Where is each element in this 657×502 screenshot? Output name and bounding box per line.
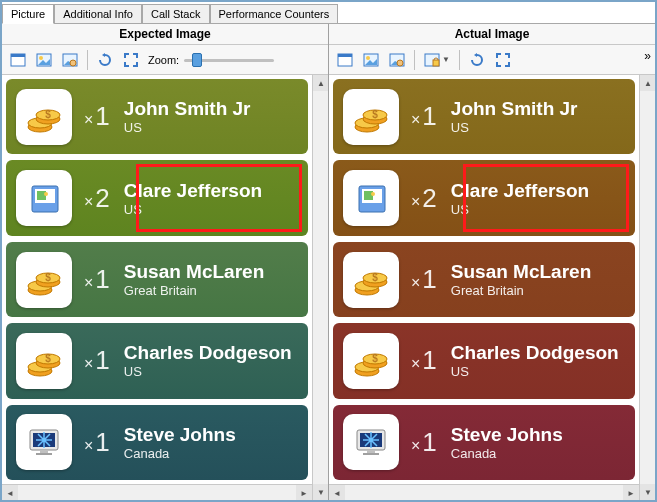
scrollbar-horizontal[interactable]: ◄► [2,484,312,500]
svg-rect-1 [11,54,25,57]
list-item[interactable]: ×1Steve JohnsCanada [6,405,308,480]
svg-text:$: $ [372,353,378,364]
picture-hand-icon[interactable] [58,49,82,71]
tab-performance-counters[interactable]: Performance Counters [210,4,339,23]
coins-icon: $ [343,333,399,389]
scrollbar-vertical[interactable]: ▲▼ [312,75,328,500]
split-view: Expected Image Zoom: $×1John Smith JrUS×… [2,24,655,500]
svg-rect-28 [36,453,52,455]
list-item[interactable]: ×2Clare JeffersonUS [333,160,635,235]
svg-rect-13 [37,191,46,200]
coins-icon: $ [16,333,72,389]
svg-point-34 [397,60,403,66]
window-icon[interactable] [333,49,357,71]
toolbar-separator [87,50,88,70]
expected-toolbar: Zoom: [2,45,328,75]
tab-bar: Picture Additional Info Call Stack Perfo… [2,2,655,24]
zoom-label: Zoom: [148,54,179,66]
picture-lock-dropdown-icon[interactable]: ▼ [420,49,454,71]
svg-rect-27 [40,450,48,453]
quantity: ×1 [84,264,110,295]
person-country: US [451,202,589,217]
scrollbar-vertical[interactable]: ▲▼ [639,75,655,500]
svg-point-3 [39,56,43,60]
person-country: Canada [124,446,236,461]
list-item[interactable]: $×1Charles DodgesonUS [333,323,635,398]
refresh-icon[interactable] [93,49,117,71]
svg-rect-30 [338,54,352,57]
quantity: ×1 [411,345,437,376]
svg-point-14 [44,192,48,196]
quantity: ×2 [411,183,437,214]
fit-icon[interactable] [119,49,143,71]
list-item[interactable]: ×1Steve JohnsCanada [333,405,635,480]
list-item[interactable]: $×1Susan McLarenGreat Britain [333,242,635,317]
expected-pane: Expected Image Zoom: $×1John Smith JrUS×… [2,24,329,500]
svg-rect-58 [367,450,375,453]
person-name: Charles Dodgeson [124,342,292,364]
expected-title: Expected Image [2,24,328,45]
svg-point-5 [70,60,76,66]
svg-text:$: $ [372,272,378,283]
overflow-chevron-icon[interactable]: » [644,49,651,63]
zoom-slider[interactable] [184,52,274,68]
list-item[interactable]: ×2Clare JeffersonUS [6,160,308,235]
tab-call-stack[interactable]: Call Stack [142,4,210,23]
tab-additional-info[interactable]: Additional Info [54,4,142,23]
expected-list: $×1John Smith JrUS×2Clare JeffersonUS$×1… [6,79,308,480]
actual-viewport: $×1John Smith JrUS×2Clare JeffersonUS$×1… [329,75,655,500]
actual-pane: Actual Image ▼ » $×1John Smith JrUS×2Cla… [329,24,655,500]
person-country: Great Britain [124,283,264,298]
tab-picture[interactable]: Picture [2,4,54,24]
person-name: John Smith Jr [124,98,251,120]
monitor-icon [16,414,72,470]
person-name: Clare Jefferson [451,180,589,202]
refresh-icon[interactable] [465,49,489,71]
person-name: John Smith Jr [451,98,578,120]
list-item[interactable]: $×1John Smith JrUS [333,79,635,154]
coins-icon: $ [16,89,72,145]
person-country: US [124,202,262,217]
quantity: ×1 [411,264,437,295]
picture-hand-icon[interactable] [385,49,409,71]
quantity: ×1 [84,101,110,132]
svg-text:$: $ [45,109,51,120]
quantity: ×1 [84,427,110,458]
person-name: Susan McLaren [124,261,264,283]
window-icon[interactable] [6,49,30,71]
quantity: ×1 [84,345,110,376]
toolbar-separator [414,50,415,70]
coins-icon: $ [16,252,72,308]
person-name: Susan McLaren [451,261,591,283]
svg-text:$: $ [45,353,51,364]
person-country: US [124,364,292,379]
actual-toolbar: ▼ » [329,45,655,75]
person-country: Great Britain [451,283,591,298]
svg-rect-59 [363,453,379,455]
book-icon [16,170,72,226]
actual-title: Actual Image [329,24,655,45]
book-icon [343,170,399,226]
person-name: Steve Johns [451,424,563,446]
list-item[interactable]: $×1Susan McLarenGreat Britain [6,242,308,317]
person-name: Charles Dodgeson [451,342,619,364]
person-name: Steve Johns [124,424,236,446]
picture-icon[interactable] [359,49,383,71]
picture-icon[interactable] [32,49,56,71]
expected-viewport: $×1John Smith JrUS×2Clare JeffersonUS$×1… [2,75,328,500]
svg-point-45 [371,192,375,196]
scrollbar-horizontal[interactable]: ◄► [329,484,639,500]
quantity: ×1 [411,427,437,458]
coins-icon: $ [343,89,399,145]
svg-rect-36 [433,60,439,66]
fit-icon[interactable] [491,49,515,71]
list-item[interactable]: $×1John Smith JrUS [6,79,308,154]
person-country: US [451,120,578,135]
coins-icon: $ [343,252,399,308]
monitor-icon [343,414,399,470]
svg-text:$: $ [372,109,378,120]
quantity: ×1 [411,101,437,132]
actual-list: $×1John Smith JrUS×2Clare JeffersonUS$×1… [333,79,635,480]
list-item[interactable]: $×1Charles DodgesonUS [6,323,308,398]
quantity: ×2 [84,183,110,214]
